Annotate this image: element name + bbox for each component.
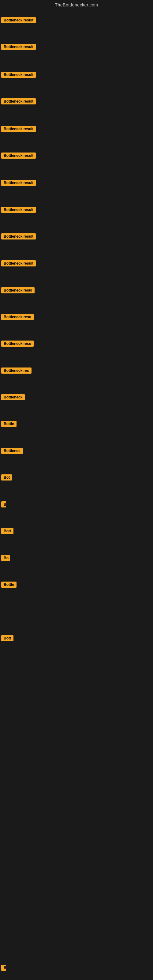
bottleneck-badge[interactable]: Bottleneck result [1,180,36,186]
bottleneck-badge-row-10: Bottleneck resul [1,287,35,294]
bottleneck-badge-row-22: Bott [1,635,13,643]
bottleneck-badge[interactable]: Bottleneck result [1,207,36,213]
bottleneck-badge[interactable]: Bottleneck result [1,233,36,240]
bottleneck-badge[interactable]: Bo [1,555,10,561]
site-title-bar: TheBottlenecker.com [0,0,153,10]
bottleneck-badge-row-8: Bottleneck result [1,233,36,241]
bottleneck-badge[interactable]: Bottleneck result [1,17,36,23]
bottleneck-badge[interactable]: Bottle [1,582,16,588]
bottleneck-badge-row-9: Bottleneck result [1,260,36,268]
bottleneck-badge[interactable]: Bottleneck result [1,72,36,78]
bottleneck-badge[interactable]: B [1,965,6,971]
bottleneck-badge-row-7: Bottleneck result [1,207,36,214]
bottleneck-badge-row-12: Bottleneck resu [1,340,33,348]
bottleneck-badge-row-2: Bottleneck result [1,72,36,79]
bottleneck-badge[interactable]: Bott [1,635,13,641]
bottleneck-badge[interactable]: Bottleneck result [1,44,36,50]
bottleneck-badge-row-23: B [1,965,6,972]
bottleneck-badge-row-1: Bottleneck result [1,44,36,51]
bottleneck-badge-row-17: Bot [1,474,12,482]
bottleneck-badge-row-3: Bottleneck result [1,98,36,106]
bottleneck-badge-row-14: Bottleneck [1,394,25,401]
bottleneck-badge[interactable]: Bottleneck [1,394,25,400]
bottleneck-badge[interactable]: Bot [1,474,12,480]
bottleneck-badge[interactable]: Bottleneck resul [1,287,35,293]
bottleneck-badge-row-19: Bott [1,528,13,535]
bottleneck-badge[interactable]: B [1,501,6,508]
bottleneck-badge[interactable]: Bottleneck result [1,98,36,105]
bottleneck-badge[interactable]: Bottleneck resu [1,314,33,320]
bottleneck-badge-row-13: Bottleneck res [1,368,32,375]
bottleneck-badge-row-20: Bo [1,555,10,562]
bottleneck-badge[interactable]: Bottleneck result [1,260,36,266]
bottleneck-badge[interactable]: Bottle [1,421,16,427]
site-title: TheBottlenecker.com [0,0,153,10]
bottleneck-badge[interactable]: Bottlenec [1,448,23,454]
bottleneck-badge-row-6: Bottleneck result [1,180,36,187]
bottleneck-badge-row-11: Bottleneck resu [1,314,33,321]
bottleneck-badge[interactable]: Bottleneck resu [1,340,33,347]
bottleneck-badge-row-4: Bottleneck result [1,126,36,133]
bottleneck-badge[interactable]: Bottleneck result [1,153,36,159]
bottleneck-badge-row-0: Bottleneck result [1,17,36,24]
bottleneck-badge-row-15: Bottle [1,421,16,428]
bottleneck-badge-row-18: B [1,501,6,509]
bottleneck-badge[interactable]: Bottleneck result [1,126,36,132]
bottleneck-badge-row-5: Bottleneck result [1,153,36,160]
bottleneck-badge-row-21: Bottle [1,582,16,589]
bottleneck-badge[interactable]: Bott [1,528,13,534]
bottleneck-badge-row-16: Bottlenec [1,448,23,455]
bottleneck-badge[interactable]: Bottleneck res [1,368,32,374]
